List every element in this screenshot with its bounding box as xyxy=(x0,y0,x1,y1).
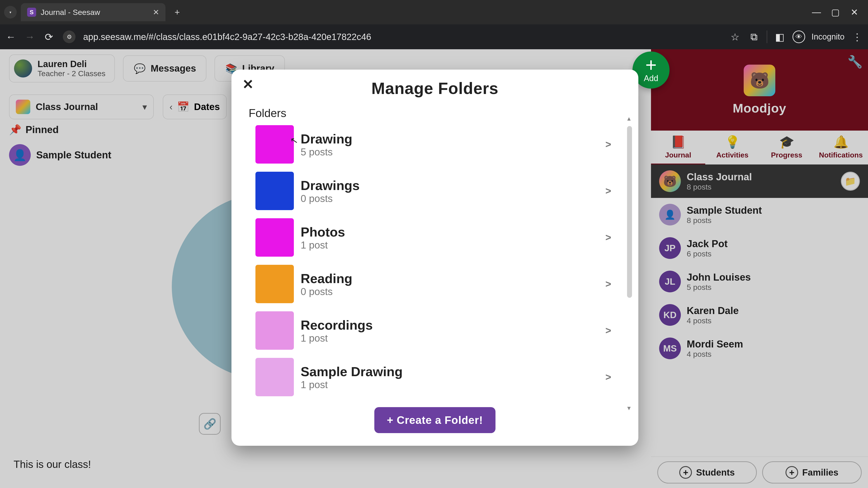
post-caption: This is our class! xyxy=(13,458,91,470)
class-avatar: 🐻 xyxy=(744,65,775,96)
browser-tab[interactable]: S Journal - Seesaw ✕ xyxy=(21,3,165,21)
maximize-icon[interactable]: ▢ xyxy=(831,7,840,18)
extensions-icon[interactable]: ⧉ xyxy=(748,31,761,43)
folder-name: Photos xyxy=(301,224,345,239)
incognito-icon: 👁 xyxy=(793,31,805,43)
folder-row[interactable]: Drawings0 posts> xyxy=(249,168,625,214)
folder-name: Reading xyxy=(301,271,352,286)
attach-link-button[interactable]: 🔗 xyxy=(199,413,221,435)
messages-tab[interactable]: 💬 Messages xyxy=(123,55,206,82)
row-avatar: JL xyxy=(659,271,681,292)
row-post-count: 4 posts xyxy=(687,350,743,359)
folder-row[interactable]: Sample Drawing1 post> xyxy=(249,354,625,400)
class-panel-tabs: 📕 Journal 💡 Activities 🎓 Progress 🔔 Noti… xyxy=(651,131,868,164)
browser-chrome: ▾ S Journal - Seesaw ✕ + ― ▢ ✕ ← → ⟳ ⚙ a… xyxy=(0,0,868,49)
folder-row[interactable]: Reading0 posts> xyxy=(249,261,625,307)
row-avatar: KD xyxy=(659,304,681,326)
calendar-icon: 📅 xyxy=(177,101,189,113)
forward-icon[interactable]: → xyxy=(24,31,36,43)
student-list-row[interactable]: MSMordi Seem4 posts xyxy=(651,332,868,365)
tab-progress[interactable]: 🎓 Progress xyxy=(760,131,814,164)
plus-circle-icon: + xyxy=(679,466,692,479)
folder-post-count: 1 post xyxy=(301,332,373,344)
folder-color-swatch xyxy=(255,265,294,303)
class-side-panel: 🔧 🐻 Moodjoy 📕 Journal 💡 Activities 🎓 Pro… xyxy=(651,49,868,488)
class-panel-footer: + Students + Families xyxy=(651,456,868,488)
url-field[interactable]: app.seesaw.me/#/class/class.e01bf4c2-9a2… xyxy=(81,32,723,42)
plus-circle-icon: + xyxy=(785,466,798,479)
chevron-down-icon: ▾ xyxy=(9,10,11,14)
kebab-menu-icon[interactable]: ⋮ xyxy=(851,31,864,43)
folder-badge-icon[interactable]: 📁 xyxy=(841,172,860,191)
user-role: Teacher - 2 Classes xyxy=(37,69,105,78)
folder-row[interactable]: Recordings1 post> xyxy=(249,307,625,354)
chevron-right-icon: > xyxy=(605,278,611,290)
tab-activities[interactable]: 💡 Activities xyxy=(705,131,760,164)
tabs-dropdown-button[interactable]: ▾ xyxy=(4,6,17,19)
student-list-row[interactable]: KDKaren Dale4 posts xyxy=(651,298,868,332)
site-settings-icon[interactable]: ⚙ xyxy=(63,31,75,43)
modal-title: Manage Folders xyxy=(231,79,638,98)
side-panel-icon[interactable]: ◧ xyxy=(774,31,786,43)
families-label: Families xyxy=(802,467,838,478)
students-button[interactable]: + Students xyxy=(657,461,757,484)
scroll-down-icon[interactable]: ▾ xyxy=(627,404,631,412)
folder-name: Drawing xyxy=(301,131,352,147)
reload-icon[interactable]: ⟳ xyxy=(42,31,55,43)
tab-close-icon[interactable]: ✕ xyxy=(153,8,159,17)
row-avatar: MS xyxy=(659,337,681,359)
row-post-count: 6 posts xyxy=(687,250,727,258)
row-name: John Louises xyxy=(687,271,751,283)
back-icon[interactable]: ← xyxy=(4,31,17,43)
folder-list: Drawing5 posts>Drawings0 posts>Photos1 p… xyxy=(231,121,638,400)
app-viewport: Lauren Deli Teacher - 2 Classes 💬 Messag… xyxy=(0,49,868,488)
class-journal-label: Class Journal xyxy=(36,101,98,112)
settings-wrench-icon[interactable]: 🔧 xyxy=(847,55,863,69)
folder-row[interactable]: Drawing5 posts> xyxy=(249,121,625,168)
folder-name: Drawings xyxy=(301,178,360,193)
student-list-row[interactable]: JLJohn Louises5 posts xyxy=(651,265,868,298)
families-button[interactable]: + Families xyxy=(762,461,862,484)
bookmark-star-icon[interactable]: ☆ xyxy=(729,31,741,43)
minimize-icon[interactable]: ― xyxy=(812,7,821,18)
window-controls: ― ▢ ✕ xyxy=(812,7,859,18)
student-name: Sample Student xyxy=(36,149,112,161)
folder-row[interactable]: Photos1 post> xyxy=(249,214,625,261)
post-author-row[interactable]: 👤 Sample Student xyxy=(9,144,112,166)
row-avatar: JP xyxy=(659,237,681,259)
row-avatar: 👤 xyxy=(659,204,681,225)
folder-name: Recordings xyxy=(301,318,373,332)
chevron-right-icon: > xyxy=(605,232,611,243)
progress-icon: 🎓 xyxy=(779,135,794,149)
student-list-row[interactable]: 👤Sample Student8 posts xyxy=(651,198,868,231)
tab-notifications[interactable]: 🔔 Notifications xyxy=(814,131,868,164)
journal-icon: 📕 xyxy=(671,135,686,149)
tab-title: Journal - Seesaw xyxy=(41,8,148,17)
close-icon[interactable]: ✕ xyxy=(850,7,859,18)
student-list-row[interactable]: 🐻Class Journal8 posts📁 xyxy=(651,164,868,198)
create-folder-button[interactable]: + Create a Folder! xyxy=(374,407,496,433)
folders-section-label: Folders xyxy=(231,98,638,121)
student-list-row[interactable]: JPJack Pot6 posts xyxy=(651,231,868,265)
pinned-label: Pinned xyxy=(26,124,59,135)
dates-picker[interactable]: ‹ 📅 Dates xyxy=(163,94,227,119)
user-name: Lauren Deli xyxy=(37,59,105,69)
modal-close-button[interactable]: ✕ xyxy=(242,76,254,92)
link-icon: 🔗 xyxy=(204,418,216,430)
class-journal-icon xyxy=(16,100,30,114)
student-avatar-icon: 👤 xyxy=(9,144,31,166)
user-chip[interactable]: Lauren Deli Teacher - 2 Classes xyxy=(9,55,115,83)
scrollbar-thumb[interactable] xyxy=(627,126,632,298)
new-tab-button[interactable]: + xyxy=(171,6,184,19)
pinned-header: 📌 Pinned xyxy=(9,124,59,135)
activities-icon: 💡 xyxy=(725,135,740,149)
class-banner: 🔧 🐻 Moodjoy xyxy=(651,49,868,131)
row-name: Sample Student xyxy=(687,205,762,216)
tab-journal[interactable]: 📕 Journal xyxy=(651,131,705,164)
dates-label: Dates xyxy=(194,101,220,112)
folder-post-count: 1 post xyxy=(301,379,403,390)
class-journal-dropdown[interactable]: Class Journal ▾ xyxy=(9,94,154,119)
pin-icon: 📌 xyxy=(9,124,22,135)
chevron-left-icon[interactable]: ‹ xyxy=(169,102,173,112)
folder-post-count: 0 posts xyxy=(301,193,360,204)
